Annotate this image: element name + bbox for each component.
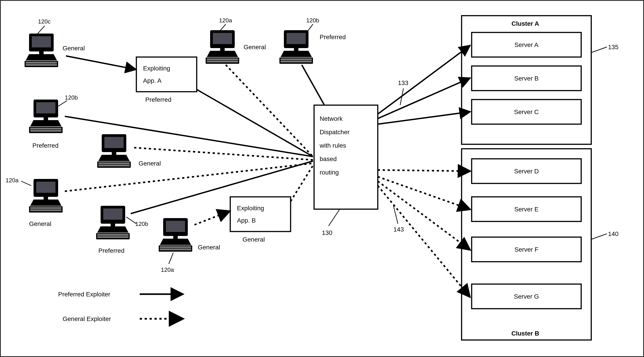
conn-c5-disp	[134, 148, 313, 160]
conn-disp-serverC	[378, 112, 470, 124]
dispatcher-l4: based	[320, 155, 337, 162]
computer-c6: General 120a	[6, 177, 62, 227]
dispatcher-ref: 130	[322, 229, 332, 236]
conn-disp-serverE	[378, 177, 470, 209]
computer-c2-label: General	[244, 44, 266, 51]
computer-c4-ref: 120b	[65, 94, 78, 101]
conn-disp-serverD	[378, 170, 470, 171]
computer-c5-label: General	[138, 160, 161, 167]
app-b-line1: Exploiting	[237, 205, 264, 212]
svg-rect-22	[136, 57, 197, 92]
dispatcher-bot-ref: 143	[394, 226, 404, 233]
svg-line-26	[306, 24, 313, 33]
server-e-label: Server E	[514, 206, 539, 213]
computer-c3: Preferred 120b	[280, 17, 346, 64]
computer-c1-ref: 120c	[38, 18, 50, 25]
app-a-box: Exploiting App. A Preferred	[136, 57, 197, 103]
computer-c2: General 120a	[206, 17, 266, 64]
computer-c7: Preferred 120b	[96, 206, 148, 254]
cluster-b-ref: 140	[608, 230, 618, 237]
app-a-line1: Exploiting	[143, 65, 170, 72]
dispatcher-l2: Dispatcher	[320, 129, 350, 136]
app-b-sublabel: General	[242, 236, 265, 243]
dispatcher-l5: routing	[320, 169, 339, 176]
app-b-box: Exploiting App. B General	[230, 197, 290, 243]
server-b-label: Server B	[514, 75, 539, 82]
computer-c4-label: Preferred	[32, 142, 58, 149]
computer-c1: General 120c	[24, 18, 85, 67]
svg-line-13	[591, 234, 607, 239]
conn-appB-disp	[290, 166, 313, 201]
dispatcher-l3: with rules	[320, 142, 346, 149]
computer-c4: Preferred 120b	[29, 94, 78, 149]
cluster-a-box: Cluster A 135 Server A Server B Server C	[462, 16, 618, 144]
conn-disp-serverA	[378, 46, 470, 114]
computer-c2-ref: 120a	[219, 17, 232, 24]
computer-c5: General	[97, 134, 161, 168]
conn-c1-appA	[66, 56, 135, 69]
svg-line-27	[58, 101, 67, 106]
svg-line-8	[591, 47, 607, 53]
server-d-label: Server D	[514, 168, 539, 175]
legend-preferred-label: Preferred Exploiter	[58, 291, 110, 298]
computer-c8-ref: 120a	[161, 266, 174, 273]
legend: Preferred Exploiter General Exploiter	[58, 291, 182, 322]
computer-c3-label: Preferred	[320, 34, 346, 41]
cluster-a-ref: 135	[608, 44, 618, 51]
conn-disp-serverB	[378, 78, 470, 119]
dispatcher-l1: Network	[320, 115, 343, 122]
svg-line-29	[126, 217, 136, 224]
computer-c8: General 120a	[159, 218, 220, 273]
server-a-label: Server A	[514, 41, 538, 48]
computer-c3-ref: 120b	[306, 17, 319, 24]
app-a-sublabel: Preferred	[145, 96, 172, 103]
legend-general-label: General Exploiter	[62, 315, 111, 322]
server-c-label: Server C	[514, 109, 539, 115]
svg-rect-6	[0, 1, 644, 356]
svg-rect-23	[230, 197, 290, 231]
cluster-a-title: Cluster A	[512, 20, 539, 27]
computer-c7-ref: 120b	[135, 221, 148, 227]
cluster-b-title: Cluster B	[512, 330, 539, 337]
dispatcher-box: Network Dispatcher with rules based rout…	[314, 79, 408, 236]
app-b-line2: App. B	[237, 217, 256, 224]
conn-disp-serverF	[378, 181, 470, 249]
computer-c1-label: General	[62, 45, 85, 52]
app-a-line2: App. A	[143, 77, 162, 84]
svg-line-30	[169, 253, 173, 264]
conn-c3-disp	[302, 65, 324, 105]
computer-c6-ref: 120a	[6, 177, 18, 184]
dispatcher-top-ref: 133	[398, 79, 408, 86]
svg-line-28	[21, 181, 31, 186]
computer-c7-label: Preferred	[98, 247, 124, 254]
svg-line-19	[328, 209, 340, 226]
conn-c2-disp	[226, 65, 313, 157]
svg-rect-12	[462, 149, 591, 340]
conn-disp-serverG	[378, 186, 470, 296]
cluster-b-box: Cluster B 140 Server D Server E Server F…	[462, 149, 618, 340]
computer-c6-label: General	[29, 220, 52, 227]
conn-c7-disp	[131, 161, 313, 214]
computer-c8-label: General	[198, 244, 220, 251]
conn-c8-appB	[194, 211, 229, 225]
server-f-label: Server F	[514, 246, 538, 253]
server-g-label: Server G	[514, 293, 539, 300]
